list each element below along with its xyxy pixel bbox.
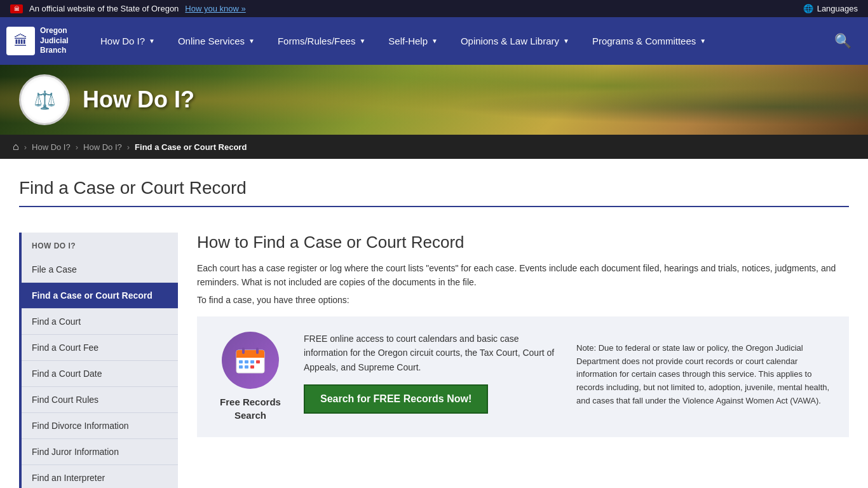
- breadcrumb-sep-2: ›: [76, 142, 78, 152]
- nav-item-forms-rules-fees[interactable]: Forms/Rules/Fees ▼: [266, 17, 377, 65]
- official-text: An official website of the State of Oreg…: [29, 4, 179, 13]
- records-card: Free RecordsSearch FREE online access to…: [197, 316, 849, 437]
- svg-rect-6: [245, 360, 248, 363]
- logo-area[interactable]: 🏛 Oregon Judicial Branch: [6, 26, 89, 56]
- logo-text: Oregon Judicial Branch: [40, 26, 69, 56]
- logo-icon: 🏛: [6, 27, 35, 55]
- page-title: Find a Case or Court Record: [19, 178, 849, 207]
- chevron-down-icon: ▼: [149, 37, 155, 44]
- nav-item-online-services[interactable]: Online Services ▼: [166, 17, 266, 65]
- svg-rect-2: [236, 355, 264, 358]
- nav-item-self-help[interactable]: Self-Help ▼: [377, 17, 449, 65]
- content-area: How to Find a Case or Court Record Each …: [178, 233, 849, 488]
- svg-rect-9: [239, 365, 243, 369]
- nav-item-how-do-i[interactable]: How Do I? ▼: [89, 17, 166, 65]
- search-free-records-button[interactable]: Search for FREE Records Now!: [304, 384, 488, 414]
- top-bar: 🏛 An official website of the State of Or…: [0, 0, 868, 17]
- page-title-section: Find a Case or Court Record: [0, 159, 868, 220]
- sidebar-item-find-divorce-info[interactable]: Find Divorce Information: [22, 413, 178, 439]
- sidebar-item-find-court-rules[interactable]: Find Court Rules: [22, 387, 178, 413]
- how-you-know-link[interactable]: How you know »: [185, 4, 245, 13]
- breadcrumb-sep-3: ›: [127, 142, 130, 152]
- languages-button[interactable]: 🌐 Languages: [803, 4, 858, 13]
- sidebar-item-file-a-case[interactable]: File a Case: [22, 257, 178, 283]
- chevron-down-icon: ▼: [563, 37, 569, 44]
- svg-rect-3: [242, 348, 245, 354]
- breadcrumb-sep-1: ›: [24, 142, 27, 152]
- sidebar-item-find-case-court-record[interactable]: Find a Case or Court Record: [22, 283, 178, 309]
- sidebar-item-find-court-fee[interactable]: Find a Court Fee: [22, 335, 178, 361]
- main-content: HOW DO I? File a Case Find a Case or Cou…: [0, 220, 868, 488]
- breadcrumb-link-2[interactable]: How Do I?: [83, 142, 122, 152]
- chevron-down-icon: ▼: [359, 37, 365, 44]
- chevron-down-icon: ▼: [248, 37, 255, 44]
- sidebar-item-find-juror-info[interactable]: Find Juror Information: [22, 439, 178, 465]
- top-bar-left: 🏛 An official website of the State of Or…: [10, 4, 246, 13]
- sidebar-item-find-court-date[interactable]: Find a Court Date: [22, 361, 178, 387]
- svg-rect-10: [245, 365, 248, 369]
- sidebar-heading: HOW DO I?: [22, 233, 178, 257]
- breadcrumb-current: Find a Case or Court Record: [135, 142, 247, 152]
- hero-title: How Do I?: [83, 86, 194, 113]
- calendar-icon: [222, 332, 279, 389]
- globe-icon: 🌐: [803, 4, 813, 13]
- records-icon-area: Free RecordsSearch: [212, 332, 288, 422]
- chevron-down-icon: ▼: [700, 37, 706, 44]
- svg-rect-11: [250, 365, 254, 369]
- calendar-svg: [234, 344, 267, 377]
- oregon-seal: ⚖️: [19, 74, 70, 125]
- hero-banner: ⚖️ How Do I?: [0, 65, 868, 135]
- svg-rect-5: [239, 360, 243, 363]
- svg-rect-7: [250, 360, 254, 363]
- content-intro: Each court has a case register or log wh…: [197, 261, 849, 290]
- search-icon: 🔍: [834, 33, 851, 50]
- languages-label: Languages: [817, 4, 858, 13]
- sidebar: HOW DO I? File a Case Find a Case or Cou…: [19, 233, 178, 488]
- chevron-down-icon: ▼: [431, 37, 438, 44]
- sidebar-item-find-court[interactable]: Find a Court: [22, 309, 178, 335]
- nav-item-programs-committees[interactable]: Programs & Committees ▼: [581, 17, 717, 65]
- home-icon[interactable]: ⌂: [13, 141, 19, 152]
- icon-label: Free RecordsSearch: [220, 395, 281, 422]
- records-note: Note: Due to federal or state law or pol…: [576, 342, 834, 408]
- breadcrumb: ⌂ › How Do I? › How Do I? › Find a Case …: [0, 135, 868, 159]
- records-note-area: Note: Due to federal or state law or pol…: [576, 332, 834, 408]
- nav-links: How Do I? ▼ Online Services ▼ Forms/Rule…: [89, 17, 824, 65]
- nav-item-opinions-law-library[interactable]: Opinions & Law Library ▼: [449, 17, 581, 65]
- records-info: FREE online access to court calendars an…: [304, 332, 561, 414]
- svg-rect-4: [256, 348, 259, 354]
- state-flag-icon: 🏛: [10, 4, 23, 13]
- breadcrumb-link-1[interactable]: How Do I?: [32, 142, 71, 152]
- svg-rect-8: [256, 360, 260, 363]
- content-heading: How to Find a Case or Court Record: [197, 233, 849, 252]
- search-button[interactable]: 🔍: [824, 17, 862, 65]
- sidebar-item-find-interpreter[interactable]: Find an Interpreter: [22, 465, 178, 488]
- content-sub: To find a case, you have three options:: [197, 295, 849, 305]
- nav-bar: 🏛 Oregon Judicial Branch How Do I? ▼ Onl…: [0, 17, 868, 65]
- records-desc: FREE online access to court calendars an…: [304, 332, 561, 374]
